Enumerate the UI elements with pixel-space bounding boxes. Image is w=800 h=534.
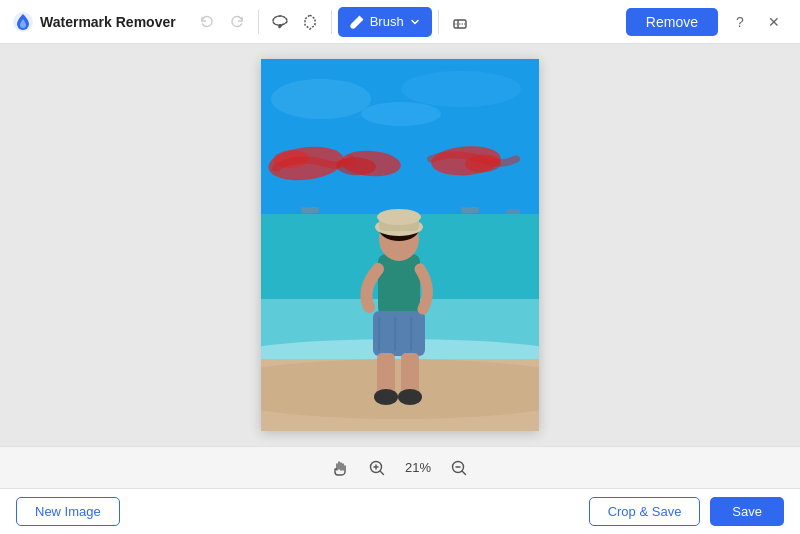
sep1 bbox=[258, 10, 259, 34]
svg-rect-13 bbox=[506, 209, 520, 214]
crop-save-button[interactable]: Crop & Save bbox=[589, 497, 701, 526]
zoom-out-button[interactable] bbox=[446, 455, 472, 481]
canvas-area[interactable] bbox=[0, 44, 800, 446]
new-image-button[interactable]: New Image bbox=[16, 497, 120, 526]
svg-point-3 bbox=[271, 79, 371, 119]
svg-point-21 bbox=[374, 389, 398, 405]
eraser-tool-button[interactable] bbox=[445, 7, 475, 37]
zoom-level: 21% bbox=[400, 460, 436, 475]
hand-tool-button[interactable] bbox=[328, 455, 354, 481]
save-label: Save bbox=[732, 504, 762, 519]
zoom-bar: 21% bbox=[0, 446, 800, 488]
svg-rect-12 bbox=[461, 207, 479, 213]
logo-icon bbox=[12, 11, 34, 33]
svg-point-22 bbox=[398, 389, 422, 405]
remove-button[interactable]: Remove bbox=[626, 8, 718, 36]
new-image-label: New Image bbox=[35, 504, 101, 519]
beach-image bbox=[261, 59, 539, 431]
svg-rect-14 bbox=[378, 254, 420, 316]
close-button[interactable]: ✕ bbox=[760, 8, 788, 36]
svg-point-10 bbox=[261, 359, 539, 419]
crop-save-label: Crop & Save bbox=[608, 504, 682, 519]
footer: New Image Crop & Save Save bbox=[0, 488, 800, 534]
zoom-in-button[interactable] bbox=[364, 455, 390, 481]
app-logo: Watermark Remover bbox=[12, 11, 176, 33]
brush-dropdown-icon bbox=[410, 17, 420, 27]
header: Watermark Remover Brush bbox=[0, 0, 800, 44]
footer-right: Crop & Save Save bbox=[589, 497, 784, 526]
help-label: ? bbox=[736, 14, 744, 30]
polygon-tool-button[interactable] bbox=[295, 7, 325, 37]
brush-label: Brush bbox=[370, 14, 404, 29]
svg-point-27 bbox=[377, 209, 421, 225]
app-title: Watermark Remover bbox=[40, 14, 176, 30]
svg-rect-11 bbox=[301, 207, 319, 213]
close-label: ✕ bbox=[768, 14, 780, 30]
lasso-tool-button[interactable] bbox=[265, 7, 295, 37]
redo-button[interactable] bbox=[222, 7, 252, 37]
sep2 bbox=[331, 10, 332, 34]
image-container bbox=[261, 59, 539, 431]
window-controls: ? ✕ bbox=[726, 8, 788, 36]
help-button[interactable]: ? bbox=[726, 8, 754, 36]
svg-point-4 bbox=[401, 71, 521, 107]
undo-button[interactable] bbox=[192, 7, 222, 37]
remove-label: Remove bbox=[646, 14, 698, 30]
save-button[interactable]: Save bbox=[710, 497, 784, 526]
brush-tool-button[interactable]: Brush bbox=[338, 7, 432, 37]
svg-point-5 bbox=[361, 102, 441, 126]
svg-rect-15 bbox=[373, 311, 425, 356]
sep3 bbox=[438, 10, 439, 34]
